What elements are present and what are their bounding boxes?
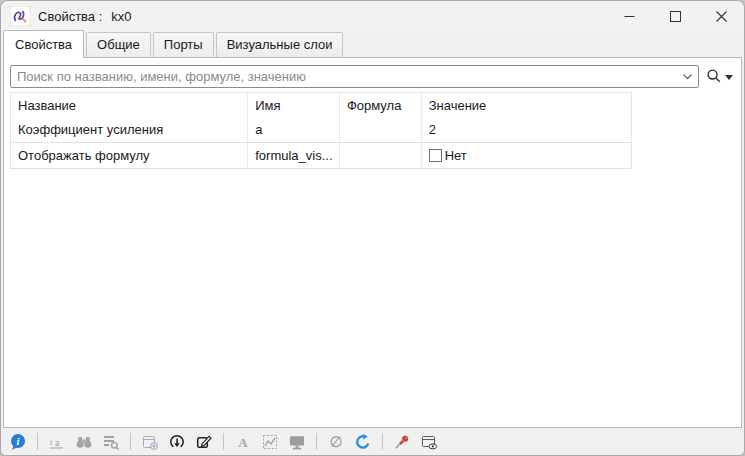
empty-set-icon: ∅	[329, 434, 342, 449]
cell-name: Коэффициент усиления	[11, 117, 248, 142]
info-icon: i	[9, 433, 27, 451]
minimize-button[interactable]	[606, 1, 652, 31]
table-row[interactable]: Отображать формулу formula_vis... Нет	[11, 143, 631, 169]
search-row	[10, 64, 736, 88]
bottom-toolbar: i t a	[1, 428, 744, 455]
column-header-id[interactable]: Имя	[248, 93, 340, 117]
window-add-button[interactable]	[139, 431, 161, 453]
cell-formula	[340, 117, 422, 142]
column-header-name[interactable]: Название	[11, 93, 248, 117]
window-controls	[606, 1, 744, 31]
search-dropdown-arrow-icon	[725, 75, 733, 80]
close-button[interactable]	[698, 1, 744, 31]
maximize-button[interactable]	[652, 1, 698, 31]
table-row[interactable]: Коэффициент усиления a 2	[11, 117, 631, 143]
rename-icon: t a	[48, 433, 66, 451]
show-hidden-button[interactable]	[418, 431, 440, 453]
font-a-icon: A	[234, 433, 252, 451]
clear-button[interactable]: ∅	[325, 431, 347, 453]
list-search-icon	[102, 433, 120, 451]
svg-text:i: i	[17, 435, 20, 446]
table-header-row: Название Имя Формула Значение	[11, 93, 631, 117]
find-button[interactable]	[73, 431, 95, 453]
cell-value[interactable]: 2	[422, 117, 631, 142]
cell-name: Отображать формулу	[11, 143, 248, 168]
font-button[interactable]: A	[232, 431, 254, 453]
download-icon	[168, 433, 186, 451]
tab-properties[interactable]: Свойства	[3, 30, 84, 58]
cell-formula	[340, 143, 422, 168]
properties-window: Свойства : kx0 Свойства Общие Порты Визу…	[0, 0, 745, 456]
search-icon	[706, 68, 722, 84]
properties-table: Название Имя Формула Значение Коэффициен…	[10, 92, 632, 169]
window-title-value: kx0	[111, 9, 131, 24]
svg-text:a: a	[55, 437, 60, 448]
cell-id: formula_vis...	[248, 143, 340, 168]
tab-general[interactable]: Общие	[86, 32, 151, 57]
checkbox-unchecked[interactable]	[429, 149, 442, 162]
info-button[interactable]: i	[7, 431, 29, 453]
toolbar-separator	[316, 433, 317, 450]
window-title-label: Свойства :	[38, 9, 102, 24]
minimize-icon	[624, 11, 635, 22]
svg-text:A: A	[238, 434, 248, 449]
title-bar: Свойства : kx0	[1, 1, 744, 31]
window-add-icon	[141, 433, 159, 451]
tab-ports[interactable]: Порты	[153, 32, 214, 57]
pin-button[interactable]	[391, 431, 413, 453]
column-header-formula[interactable]: Формула	[340, 93, 422, 117]
display-button[interactable]	[286, 431, 308, 453]
rename-button[interactable]: t a	[46, 431, 68, 453]
chevron-down-icon[interactable]	[682, 73, 693, 81]
search-input[interactable]	[10, 65, 699, 88]
search-options-button[interactable]	[702, 64, 736, 88]
toolbar-separator	[223, 433, 224, 450]
cell-id: a	[248, 117, 340, 142]
toolbar-separator	[382, 433, 383, 450]
refresh-icon	[354, 433, 372, 451]
refresh-button[interactable]	[352, 431, 374, 453]
properties-tab-page: Название Имя Формула Значение Коэффициен…	[3, 57, 742, 428]
binoculars-icon	[75, 433, 93, 451]
close-icon	[716, 11, 727, 22]
cell-value-checkbox: Нет	[422, 143, 631, 168]
tab-strip: Свойства Общие Порты Визуальные слои	[1, 31, 744, 57]
list-search-button[interactable]	[100, 431, 122, 453]
checkbox-label: Нет	[445, 148, 467, 163]
import-button[interactable]	[166, 431, 188, 453]
display-icon	[288, 433, 306, 451]
edit-button[interactable]	[193, 431, 215, 453]
window-title: Свойства : kx0	[38, 9, 132, 24]
app-logo-icon	[10, 6, 30, 26]
graph-button[interactable]	[259, 431, 281, 453]
pin-icon	[393, 433, 411, 451]
svg-text:t: t	[50, 437, 53, 447]
graph-icon	[261, 433, 279, 451]
tab-visual-layers[interactable]: Визуальные слои	[216, 32, 344, 57]
toolbar-separator	[37, 433, 38, 450]
edit-icon	[195, 433, 213, 451]
table-eye-icon	[420, 433, 438, 451]
toolbar-separator	[130, 433, 131, 450]
maximize-icon	[670, 11, 681, 22]
column-header-value[interactable]: Значение	[422, 93, 631, 117]
